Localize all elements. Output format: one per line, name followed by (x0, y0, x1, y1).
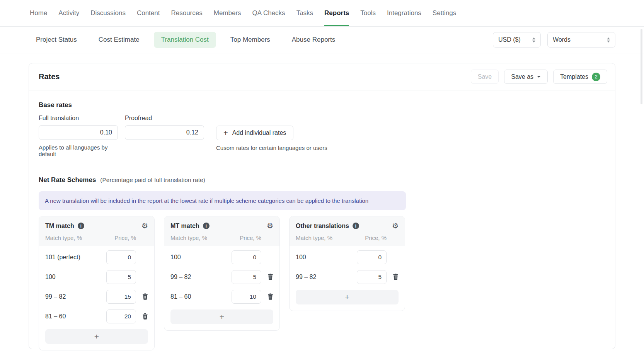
match-type-label: 100 (170, 254, 232, 261)
templates-button[interactable]: Templates 2 (553, 70, 607, 84)
scheme-row: 100 (296, 247, 399, 267)
templates-label: Templates (560, 73, 588, 80)
price-input[interactable] (357, 270, 387, 284)
nav-item-reports[interactable]: Reports (324, 0, 349, 26)
nav-item-tasks[interactable]: Tasks (296, 0, 313, 26)
price-input[interactable] (106, 270, 136, 284)
scheme-row: 99 – 82 (170, 267, 273, 287)
base-rates-grid: Full translation Applies to all language… (39, 115, 605, 157)
plus-icon: + (223, 129, 228, 137)
scheme-card-other-translations: Other translations i ⚙ Match type, % Pri… (289, 216, 405, 311)
report-filters: USD ($) Words (493, 32, 615, 48)
nav-item-activity[interactable]: Activity (58, 0, 79, 26)
add-row-button[interactable]: + (296, 290, 399, 304)
info-icon[interactable]: i (78, 223, 84, 229)
nav-item-discussions[interactable]: Discussions (90, 0, 126, 26)
price-input[interactable] (232, 290, 261, 304)
trash-icon (393, 274, 399, 280)
unit-select[interactable]: Words (547, 32, 615, 48)
match-type-label: 99 – 82 (170, 274, 232, 281)
rates-card-header: Rates Save Save as Templates 2 (29, 63, 615, 90)
delete-row-button[interactable] (267, 274, 273, 280)
report-tabs-list: Project StatusCost EstimateTranslation C… (29, 32, 342, 48)
match-type-label: 101 (perfect) (45, 254, 106, 261)
gear-icon[interactable]: ⚙ (141, 222, 148, 230)
full-translation-field: Full translation Applies to all language… (39, 115, 118, 157)
base-rates-heading: Base rates (39, 101, 605, 109)
column-header-match-type: Match type, % (45, 235, 106, 241)
delete-row-button[interactable] (142, 313, 148, 320)
scrollbar-thumb[interactable] (641, 29, 642, 104)
proofread-field: Proofread (125, 115, 204, 140)
add-row-button[interactable]: + (170, 309, 273, 324)
proofread-label: Proofread (125, 115, 204, 122)
info-icon[interactable]: i (353, 223, 359, 229)
delete-row-button[interactable] (142, 293, 148, 300)
unit-select-value: Words (553, 36, 571, 43)
tab-top-members[interactable]: Top Members (223, 32, 278, 48)
match-type-label: 99 – 82 (296, 274, 357, 281)
trash-icon (142, 293, 148, 300)
add-individual-rates-button[interactable]: + Add individual rates (216, 126, 293, 140)
info-icon[interactable]: i (203, 223, 210, 229)
currency-select[interactable]: USD ($) (493, 32, 541, 48)
price-input[interactable] (106, 290, 136, 304)
add-row-button[interactable]: + (45, 329, 148, 344)
price-input[interactable] (106, 250, 136, 264)
nav-item-tools[interactable]: Tools (360, 0, 376, 26)
nav-item-content[interactable]: Content (137, 0, 160, 26)
caret-down-icon (537, 76, 541, 78)
rates-card-body: Base rates Full translation Applies to a… (29, 90, 615, 350)
nav-item-settings[interactable]: Settings (433, 0, 456, 26)
full-translation-input[interactable] (39, 125, 118, 140)
price-input[interactable] (232, 250, 261, 264)
column-header-price: Price, % (232, 235, 261, 241)
scheme-card-body: 100 99 – 82 + (290, 246, 405, 311)
tab-translation-cost[interactable]: Translation Cost (154, 32, 216, 48)
tab-project-status[interactable]: Project Status (29, 32, 84, 48)
scheme-title: Other translations (296, 223, 349, 230)
price-input[interactable] (106, 309, 136, 323)
column-header-price: Price, % (357, 235, 387, 241)
gear-icon[interactable]: ⚙ (392, 222, 399, 230)
individual-rates-col: + Add individual rates Cusom rates for c… (216, 115, 327, 151)
scheme-row: 99 – 82 (45, 287, 148, 306)
net-rate-schemes-subheading: (Percentage paid of full translation rat… (100, 177, 205, 184)
scheme-row: 81 – 60 (45, 306, 148, 326)
match-type-label: 100 (296, 254, 357, 261)
delete-row-button[interactable] (393, 274, 399, 280)
trash-icon (267, 293, 273, 300)
currency-select-value: USD ($) (498, 36, 521, 43)
trash-icon (267, 274, 273, 280)
delete-row-button[interactable] (267, 293, 273, 300)
full-translation-label: Full translation (39, 115, 118, 122)
trash-icon (142, 313, 148, 320)
scheme-row: 101 (perfect) (45, 247, 148, 267)
price-input[interactable] (232, 270, 261, 284)
net-rate-schemes-heading-row: Net Rate Schemes (Percentage paid of ful… (39, 176, 605, 184)
tab-cost-estimate[interactable]: Cost Estimate (91, 32, 147, 48)
add-individual-rates-label: Add individual rates (232, 129, 286, 136)
proofread-input[interactable] (125, 125, 204, 140)
schemes-row: TM match i ⚙ Match type, % Price, % 101 … (39, 216, 605, 350)
scheme-card-header: MT match i ⚙ Match type, % Price, % (164, 216, 279, 246)
scheme-card-header: Other translations i ⚙ Match type, % Pri… (290, 216, 405, 246)
nav-item-home[interactable]: Home (30, 0, 47, 26)
sort-updown-icon (607, 37, 610, 43)
match-type-label: 99 – 82 (45, 293, 106, 300)
nav-item-qa-checks[interactable]: QA Checks (252, 0, 285, 26)
save-as-button[interactable]: Save as (504, 70, 548, 84)
price-input[interactable] (357, 250, 387, 264)
scheme-card-body: 100 99 – 82 81 – 60 + (164, 246, 279, 330)
page-title: Rates (39, 72, 60, 81)
nav-item-integrations[interactable]: Integrations (387, 0, 421, 26)
nav-item-resources[interactable]: Resources (171, 0, 202, 26)
gear-icon[interactable]: ⚙ (267, 222, 273, 230)
sort-updown-icon (532, 37, 535, 43)
rates-actions: Save Save as Templates 2 (471, 70, 607, 84)
match-type-label: 81 – 60 (170, 293, 232, 300)
full-translation-helper: Applies to all languages by default (39, 144, 118, 157)
tab-abuse-reports[interactable]: Abuse Reports (285, 32, 342, 48)
save-button[interactable]: Save (471, 70, 499, 84)
nav-item-members[interactable]: Members (214, 0, 241, 26)
